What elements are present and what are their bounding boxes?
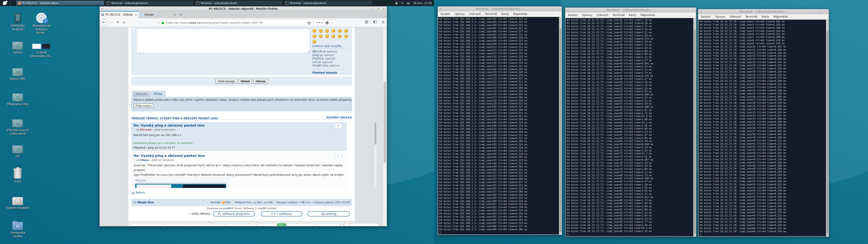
terminal-titlebar[interactable]: ▼ Terminal - xubuntu@xubuntu: ~ −+× <box>565 8 696 12</box>
window-menu-icon[interactable]: ▼ <box>700 9 702 14</box>
smiley-surprised-icon[interactable] <box>319 34 322 38</box>
footer-link-rss[interactable]: RSS <box>222 201 230 204</box>
applications-menu-button[interactable] <box>1 1 9 5</box>
menu-item-úpravy[interactable]: Úpravy <box>582 13 592 17</box>
terminal-scrollbar[interactable] <box>826 20 829 236</box>
close-button[interactable]: × <box>383 6 385 11</box>
clock[interactable]: 18 úno, 21:05 <box>413 2 432 5</box>
desktop-icon-drive[interactable]: OS <box>6 142 29 158</box>
menu-item-zobrazit[interactable]: Zobrazit <box>730 15 741 18</box>
author-link[interactable]: ITCrowd <box>140 128 151 131</box>
menu-item-soubor[interactable]: Soubor <box>440 12 450 16</box>
power-manager-icon[interactable] <box>395 2 398 4</box>
smiley-rolleyes-icon[interactable] <box>325 34 329 38</box>
back-to-top-link[interactable]: ▲Nahoru <box>131 191 145 195</box>
form-button-odeslat[interactable]: Odeslat <box>253 79 268 84</box>
ad-link[interactable]: Pc software programs <box>213 211 255 216</box>
author-link[interactable]: hllava <box>140 159 149 161</box>
footer-link-podpora-fóra[interactable]: Podpora fóra <box>232 201 252 204</box>
topic-review-link[interactable]: Přehled tématu <box>312 71 337 74</box>
form-tab-možnosti[interactable]: Možnosti <box>132 91 150 97</box>
board-index-link[interactable]: Obsah fóra <box>133 201 154 204</box>
desktop-icon-cd[interactable]: Nainstalovat Xubuntu 16.04... <box>30 12 53 35</box>
minimize-button[interactable]: − <box>814 9 817 14</box>
menu-item-karty[interactable]: Karty <box>501 12 509 16</box>
pocket-icon[interactable]: ∨ <box>326 21 329 24</box>
tab-google[interactable]: G Google × <box>138 11 178 18</box>
desktop-icon-drive[interactable]: 2TB,škol,muz,hry,film,serial <box>6 116 29 135</box>
phpbb-link[interactable]: phpBB <box>223 207 231 210</box>
taskbar-button-terminal3[interactable]: Terminal - xubuntu@xubunt... <box>284 0 372 6</box>
ad-link[interactable]: Qa testing <box>307 211 350 216</box>
ad-link[interactable]: C++ software <box>260 211 303 216</box>
footer-link-smazat-cookies[interactable]: Smazat cookies <box>274 201 297 204</box>
tab-close-icon[interactable]: × <box>174 13 176 16</box>
post-title-link[interactable]: Re: Vysoký ping a občasný packet loss <box>133 124 205 127</box>
page-actions-icon[interactable]: ••• <box>316 21 323 25</box>
minimize-button[interactable]: − <box>372 6 374 11</box>
library-icon[interactable] <box>365 20 369 24</box>
maximize-button[interactable]: + <box>377 6 379 11</box>
post-title-link[interactable]: Re: Vysoký ping a občasný packet loss <box>133 154 205 157</box>
add-files-button[interactable]: Přidat soubory <box>133 104 153 108</box>
url-bar[interactable]: ⓘ https://pc-help.cnews.cz/posting.php?m… <box>155 20 336 26</box>
expand-view-link[interactable]: ROZŠÍŘIT NÁHLED <box>327 116 352 119</box>
minimize-button[interactable]: − <box>548 6 550 11</box>
desktop-icon-folder-home[interactable]: Domovská složka <box>6 219 29 238</box>
smiley-cry-icon[interactable] <box>312 40 316 43</box>
smiley-laugh-icon[interactable] <box>312 34 316 38</box>
smiley-neutral-icon[interactable] <box>338 29 342 33</box>
desktop-icon-drive-gray[interactable]: Systém souborů <box>6 194 29 210</box>
terminal-scrollbar[interactable] <box>559 17 561 235</box>
menu-item-zobrazit[interactable]: Zobrazit <box>469 12 481 16</box>
back-button[interactable]: ← <box>101 19 107 26</box>
maximize-button[interactable]: + <box>819 9 822 14</box>
maximize-button[interactable]: + <box>687 8 689 12</box>
forward-button[interactable]: → <box>109 20 114 24</box>
menu-item-zobrazit[interactable]: Zobrazit <box>596 13 608 17</box>
reader-mode-icon[interactable]: ▤ <box>307 21 311 25</box>
terminal-output[interactable]: 64 bytes from 192.168.1.1: icmp_seq=202 … <box>438 17 561 235</box>
footer-link-tým[interactable]: Tým <box>253 201 262 204</box>
tab-close-icon[interactable]: × <box>135 13 137 16</box>
adchoices-link[interactable]: ▷Volby reklamy <box>189 212 210 215</box>
menu-item-soubor[interactable]: Soubor <box>568 13 578 17</box>
firefox-titlebar[interactable]: ▼ PC-HELP.CZ - Odeslat odpověď - Mozilla… <box>100 6 387 11</box>
review-scrollbar[interactable] <box>374 121 377 188</box>
menu-item-terminál[interactable]: Terminál <box>745 15 757 18</box>
page-scrollbar[interactable] <box>383 27 386 226</box>
form-tab-přílohy[interactable]: Přílohy <box>151 91 166 97</box>
taskbar-button-terminal2[interactable]: Terminal - xubuntu@xubunt... <box>195 0 283 6</box>
menu-item-nápověda[interactable]: Nápověda <box>774 15 788 18</box>
footer-link-kontakt[interactable]: Kontakt <box>207 201 221 204</box>
reload-button[interactable]: ↻ <box>116 20 120 24</box>
desktop-icon-screenshot[interactable]: Snímek obrazovky_20... <box>30 38 53 58</box>
smiley-cool-icon[interactable] <box>344 29 348 33</box>
menu-item-terminál[interactable]: Terminál <box>485 12 497 16</box>
home-button[interactable]: ⌂ <box>122 20 126 24</box>
menu-item-nápověda[interactable]: Nápověda <box>513 12 527 16</box>
desktop-icon-drive[interactable]: PRogramy+hry <box>6 90 29 106</box>
close-button[interactable]: × <box>692 8 694 12</box>
smiley-thumbup-icon[interactable] <box>338 34 342 38</box>
new-tab-button[interactable]: + <box>178 11 184 18</box>
message-textarea[interactable] <box>136 28 310 53</box>
ad-close-icons[interactable]: ▷ X <box>340 223 345 226</box>
smiley-grin-icon[interactable] <box>331 29 335 33</box>
page-info-icon[interactable]: ⓘ <box>157 21 160 25</box>
minimize-button[interactable]: − <box>682 8 684 12</box>
menu-item-úpravy[interactable]: Úpravy <box>715 15 725 18</box>
window-menu-icon[interactable]: ▼ <box>440 6 441 11</box>
menu-item-karty[interactable]: Karty <box>762 15 769 18</box>
window-menu-icon[interactable]: ▼ <box>567 8 569 12</box>
menu-item-karty[interactable]: Karty <box>629 13 636 17</box>
smiley-thumbdown-icon[interactable] <box>344 34 348 38</box>
terminal-titlebar[interactable]: ▼ Terminal - xubuntu@xubuntu: ~ −+× <box>698 9 829 14</box>
smiley-wink-icon[interactable] <box>325 29 329 33</box>
menu-item-terminál[interactable]: Terminál <box>613 13 625 17</box>
attachment-thumbnail[interactable] <box>135 184 226 188</box>
window-menu-icon[interactable]: ▼ <box>101 6 103 11</box>
taskbar-button-terminal1[interactable]: Terminal - xubuntu@xubunt... <box>105 0 194 6</box>
textarea-resize-grip[interactable] <box>308 51 310 53</box>
volume-icon[interactable]: ◄) <box>406 1 410 5</box>
